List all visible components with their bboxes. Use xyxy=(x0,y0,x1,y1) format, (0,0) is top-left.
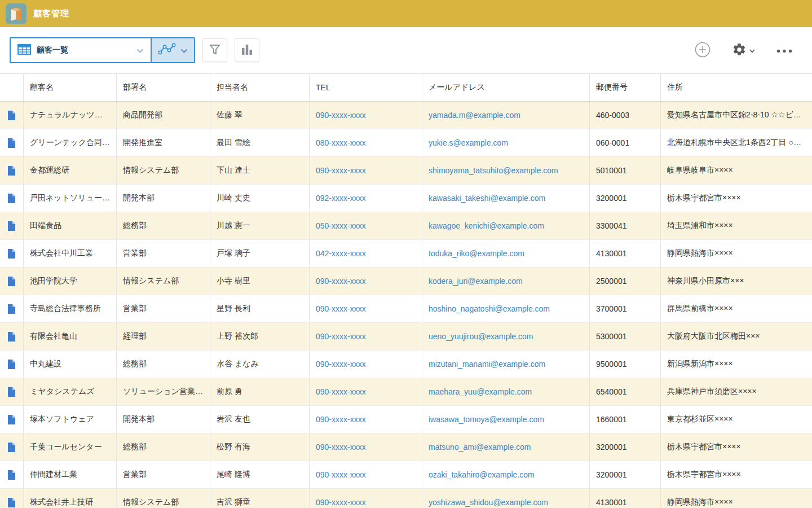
email-link[interactable]: toduka_riko@example.com xyxy=(429,249,524,258)
tel-link[interactable]: 090-xxxx-xxxx xyxy=(316,415,366,424)
cell-customer: 田端食品 xyxy=(24,212,117,239)
record-document-icon[interactable] xyxy=(7,165,16,176)
record-document-icon[interactable] xyxy=(7,248,16,259)
cell-contact: 水谷 まなみ xyxy=(210,351,310,378)
cell-customer: 金都運総研 xyxy=(24,157,117,184)
table-row: 有限会社亀山 経理部 上野 裕次郎 090-xxxx-xxxx ueno_yuu… xyxy=(0,323,812,351)
tel-link[interactable]: 042-xxxx-xxxx xyxy=(316,249,366,258)
cell-zip: 6540001 xyxy=(590,378,661,405)
email-link[interactable]: ozaki_takahiro@example.com xyxy=(429,470,535,479)
email-link[interactable]: yoshizawa_shidou@example.com xyxy=(429,498,548,507)
tel-link[interactable]: 090-xxxx-xxxx xyxy=(316,332,366,341)
record-document-icon[interactable] xyxy=(7,442,16,453)
column-header-tel[interactable]: TEL xyxy=(310,74,422,101)
chart-button[interactable] xyxy=(235,38,259,62)
tel-link[interactable]: 090-xxxx-xxxx xyxy=(316,443,366,452)
cell-email: shimoyama_tatsuhito@example.com xyxy=(422,157,590,184)
record-document-icon[interactable] xyxy=(7,387,16,397)
settings-button[interactable] xyxy=(732,42,755,59)
email-link[interactable]: shimoyama_tatsuhito@example.com xyxy=(429,166,558,175)
email-link[interactable]: kawasaki_takeshi@example.com xyxy=(429,194,545,203)
column-header-email[interactable]: メールアドレス xyxy=(422,74,590,101)
cell-email: kawagoe_kenichi@example.com xyxy=(422,212,590,239)
tel-link[interactable]: 090-xxxx-xxxx xyxy=(316,166,366,175)
cell-tel: 090-xxxx-xxxx xyxy=(310,406,422,433)
record-document-icon[interactable] xyxy=(7,304,16,314)
column-header-customer[interactable]: 顧客名 xyxy=(24,74,117,101)
record-icon-cell xyxy=(0,268,24,295)
record-icon-cell xyxy=(0,185,24,212)
record-document-icon[interactable] xyxy=(7,110,16,121)
record-document-icon[interactable] xyxy=(7,221,16,231)
toolbar: 顧客一覧 xyxy=(0,27,812,73)
cell-contact: 戸塚 璃子 xyxy=(210,240,310,267)
email-link[interactable]: iwasawa_tomoya@example.com xyxy=(429,415,544,424)
cell-department: 情報システム部 xyxy=(117,157,210,184)
cell-department: ソリューション営業… xyxy=(117,378,210,405)
cell-customer: 株式会社井上技研 xyxy=(24,489,117,508)
email-link[interactable]: mizutani_manami@example.com xyxy=(429,360,545,369)
cell-tel: 090-xxxx-xxxx xyxy=(310,489,422,508)
view-control-group: 顧客一覧 xyxy=(10,37,195,63)
app-icon[interactable] xyxy=(6,3,27,24)
record-document-icon[interactable] xyxy=(7,193,16,204)
email-link[interactable]: kawagoe_kenichi@example.com xyxy=(429,221,544,230)
app-book-icon xyxy=(6,3,27,24)
tel-link[interactable]: 050-xxxx-xxxx xyxy=(316,221,366,230)
email-link[interactable]: yamada.m@example.com xyxy=(429,111,520,120)
cell-department: 総務部 xyxy=(117,351,210,378)
table-row: 塚本ソフトウェア 開発本部 岩沢 友也 090-xxxx-xxxx iwasaw… xyxy=(0,406,812,433)
record-document-icon[interactable] xyxy=(7,359,16,370)
email-link[interactable]: maehara_yuu@example.com xyxy=(429,387,532,396)
cell-zip: 460-0003 xyxy=(590,102,661,129)
email-link[interactable]: kodera_juri@example.com xyxy=(429,277,523,286)
record-document-icon[interactable] xyxy=(7,276,16,287)
record-document-icon[interactable] xyxy=(7,497,16,508)
tel-link[interactable]: 080-xxxx-xxxx xyxy=(316,138,366,147)
column-header-department[interactable]: 部署名 xyxy=(117,74,210,101)
email-link[interactable]: hoshino_nagatoshi@example.com xyxy=(429,304,550,313)
plus-circle-icon xyxy=(695,42,710,59)
email-link[interactable]: matsuno_ami@example.com xyxy=(429,443,531,452)
column-header-contact[interactable]: 担当者名 xyxy=(210,74,310,101)
record-document-icon[interactable] xyxy=(7,470,16,480)
cell-customer: 中丸建設 xyxy=(24,351,117,378)
graph-button[interactable] xyxy=(151,38,194,62)
tel-link[interactable]: 092-xxxx-xxxx xyxy=(316,194,366,203)
column-header-address[interactable]: 住所 xyxy=(661,74,812,101)
cell-contact: 川崎 丈史 xyxy=(210,185,310,212)
cell-tel: 090-xxxx-xxxx xyxy=(310,268,422,295)
column-header-zip[interactable]: 郵便番号 xyxy=(590,74,661,101)
tel-link[interactable]: 090-xxxx-xxxx xyxy=(316,360,366,369)
tel-link[interactable]: 090-xxxx-xxxx xyxy=(316,498,366,507)
record-document-icon[interactable] xyxy=(7,414,16,425)
cell-zip: 9500001 xyxy=(590,351,661,378)
email-link[interactable]: yukie.s@example.com xyxy=(429,138,508,147)
chevron-down-icon xyxy=(180,45,188,55)
tel-link[interactable]: 090-xxxx-xxxx xyxy=(316,111,366,120)
more-options-button[interactable] xyxy=(776,46,792,55)
record-document-icon[interactable] xyxy=(7,331,16,342)
record-icon-cell xyxy=(0,212,24,239)
table-row: 田端食品 総務部 川越 憲一 050-xxxx-xxxx kawagoe_ken… xyxy=(0,212,812,240)
tel-link[interactable]: 090-xxxx-xxxx xyxy=(316,387,366,396)
record-document-icon[interactable] xyxy=(7,138,16,148)
cell-zip: 2500001 xyxy=(590,268,661,295)
tel-link[interactable]: 090-xxxx-xxxx xyxy=(316,304,366,313)
filter-button[interactable] xyxy=(202,38,227,62)
cell-customer: 寺島総合法律事務所 xyxy=(24,295,117,322)
cell-tel: 050-xxxx-xxxx xyxy=(310,212,422,239)
tel-link[interactable]: 090-xxxx-xxxx xyxy=(316,277,366,286)
view-selector[interactable]: 顧客一覧 xyxy=(11,38,151,62)
table-row: ミヤタシステムズ ソリューション営業… 前原 勇 090-xxxx-xxxx m… xyxy=(0,378,812,406)
ellipsis-icon xyxy=(776,46,792,55)
tel-link[interactable]: 090-xxxx-xxxx xyxy=(316,470,366,479)
cell-contact: 川越 憲一 xyxy=(210,212,310,239)
email-link[interactable]: ueno_yuujirou@example.com xyxy=(429,332,533,341)
record-icon-cell xyxy=(0,240,24,267)
add-record-button[interactable] xyxy=(695,42,710,59)
cell-address: 栃木県宇都宮市×××× xyxy=(661,433,812,461)
cell-contact: 星野 長利 xyxy=(210,295,310,322)
cell-department: 経理部 xyxy=(117,323,210,350)
chevron-down-icon xyxy=(749,46,755,55)
